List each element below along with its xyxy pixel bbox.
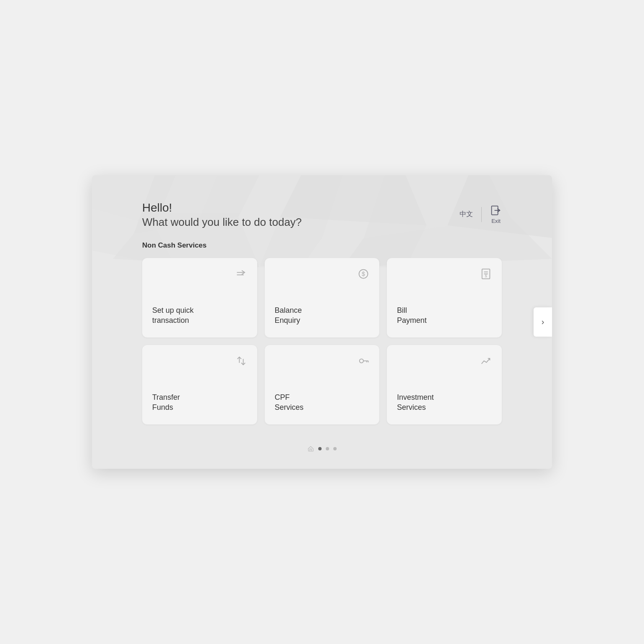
receipt-dollar-icon: $ [480, 268, 492, 280]
card-label: CPFServices [275, 392, 370, 413]
exit-icon [490, 204, 502, 216]
card-icon-row [275, 355, 370, 367]
card-bill-payment[interactable]: $ BillPayment [387, 258, 502, 337]
card-icon-row [397, 355, 492, 367]
card-icon-row [152, 355, 247, 367]
pagination-dot-2[interactable] [326, 447, 329, 450]
language-button[interactable]: 中文 [460, 210, 473, 219]
services-grid: Set up quicktransaction $ BalanceEnquiry… [92, 258, 552, 441]
card-cpf-services[interactable]: CPFServices [265, 345, 380, 424]
card-label: InvestmentServices [397, 392, 492, 413]
card-label: BalanceEnquiry [275, 305, 370, 326]
section-title: Non Cash Services [92, 241, 552, 258]
chart-up-icon [480, 355, 492, 367]
key-icon [358, 355, 369, 367]
arrow-right-lines-icon [235, 268, 247, 280]
pagination-home[interactable] [307, 445, 314, 452]
card-icon-row [152, 268, 247, 280]
dollar-circle-icon: $ [358, 268, 369, 280]
greeting-hello: Hello! [142, 200, 302, 215]
chevron-right-icon: › [542, 317, 544, 327]
svg-point-23 [360, 359, 363, 363]
svg-text:$: $ [362, 271, 365, 277]
vertical-divider [481, 207, 482, 222]
top-controls: 中文 Exit [460, 200, 502, 224]
header: Hello! What would you like to do today? … [92, 175, 552, 241]
exit-button[interactable]: Exit [490, 204, 502, 224]
card-set-up-quick-transaction[interactable]: Set up quicktransaction [142, 258, 257, 337]
card-transfer-funds[interactable]: TransferFunds [142, 345, 257, 424]
greeting: Hello! What would you like to do today? [142, 200, 302, 228]
card-icon-row: $ [275, 268, 370, 280]
pagination [92, 441, 552, 469]
card-investment-services[interactable]: InvestmentServices [387, 345, 502, 424]
greeting-question: What would you like to do today? [142, 216, 302, 229]
pagination-dot-1[interactable] [318, 447, 322, 450]
card-balance-enquiry[interactable]: $ BalanceEnquiry [265, 258, 380, 337]
svg-text:$: $ [485, 274, 487, 278]
card-label: Set up quicktransaction [152, 305, 247, 326]
pagination-dot-3[interactable] [333, 447, 337, 450]
exit-label: Exit [491, 218, 501, 224]
transfer-icon [235, 355, 247, 367]
next-arrow-button[interactable]: › [534, 307, 552, 337]
card-label: TransferFunds [152, 392, 247, 413]
card-icon-row: $ [397, 268, 492, 280]
card-label: BillPayment [397, 305, 492, 326]
